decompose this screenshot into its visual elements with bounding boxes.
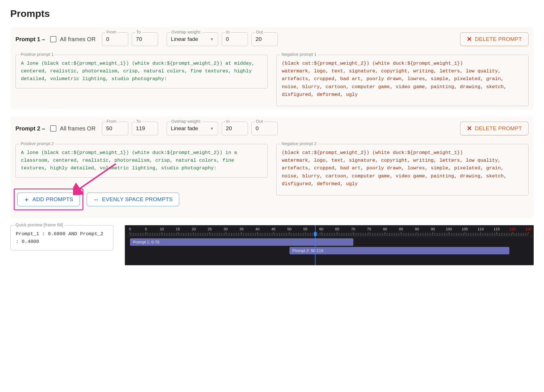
from-label: From bbox=[105, 29, 118, 34]
delete-prompt-1-button[interactable]: ✕ DELETE PROMPT bbox=[460, 32, 529, 46]
timeline-tick: 45 bbox=[271, 227, 275, 234]
chevron-down-icon: ▼ bbox=[210, 37, 214, 41]
timeline-tick: 25 bbox=[208, 227, 212, 234]
from-label-2: From bbox=[105, 119, 118, 124]
negative-prompt-2-textarea[interactable]: (black cat:${prompt_weight_2}) (white du… bbox=[276, 144, 529, 195]
plus-icon: ＋ bbox=[24, 196, 29, 203]
timeline-tick: 95 bbox=[431, 227, 435, 234]
in-label-2: In bbox=[225, 119, 231, 124]
prompt-panel-1: Prompt 1 – All frames OR From 0 To 70 Ov… bbox=[10, 27, 534, 110]
timeline-tick: 100 bbox=[446, 227, 452, 234]
overlap-label: Overlap weight: bbox=[170, 29, 202, 34]
prompt-1-from-input[interactable]: 0 bbox=[102, 32, 128, 46]
quick-preview-label: Quick preview [frame 58] bbox=[14, 222, 64, 227]
prompt-2-out-input[interactable]: 0 bbox=[251, 122, 278, 135]
prompt-1-in-input[interactable]: 0 bbox=[222, 32, 248, 46]
to-label-2: To bbox=[135, 119, 142, 124]
timeline-tick: 5 bbox=[145, 227, 147, 234]
out-label: Out bbox=[255, 29, 264, 34]
timeline-bar[interactable]: Prompt 2: 50-119 bbox=[289, 247, 509, 254]
prompt-panel-2: Prompt 2 – All frames OR From 50 To 119 … bbox=[10, 116, 534, 218]
delete-prompt-2-button[interactable]: ✕ DELETE PROMPT bbox=[460, 122, 529, 135]
timeline-tick: 10 bbox=[160, 227, 164, 234]
page-title: Prompts bbox=[10, 8, 534, 19]
timeline-tick: 40 bbox=[255, 227, 259, 234]
timeline-tick: 50 bbox=[287, 227, 291, 234]
negative-prompt-1-textarea[interactable]: (black cat:${prompt_weight_2}) (white du… bbox=[276, 55, 529, 106]
all-frames-or-label: All frames OR bbox=[60, 36, 95, 43]
close-icon: ✕ bbox=[467, 125, 472, 132]
timeline-tick: 110 bbox=[478, 227, 484, 234]
timeline-tick: 115 bbox=[494, 227, 500, 234]
timeline-tick: 85 bbox=[399, 227, 403, 234]
timeline-tick: 70 bbox=[351, 227, 355, 234]
timeline-playhead[interactable] bbox=[315, 225, 316, 265]
timeline[interactable]: 0510152025303540455055606570758085909510… bbox=[125, 225, 534, 265]
prompt-1-title: Prompt 1 – bbox=[15, 36, 45, 43]
prompt-1-all-frames-checkbox[interactable] bbox=[50, 36, 56, 42]
chevron-down-icon: ▼ bbox=[210, 126, 214, 131]
prompt-2-from-input[interactable]: 50 bbox=[102, 122, 128, 135]
prompt-1-out-input[interactable]: 20 bbox=[251, 32, 278, 46]
overlap-label-2: Overlap weight: bbox=[170, 119, 202, 124]
prompt-2-overlap-select[interactable]: Linear fade ▼ bbox=[167, 122, 218, 135]
close-icon: ✕ bbox=[467, 36, 472, 42]
arrows-horizontal-icon: ↔ bbox=[93, 196, 99, 203]
timeline-tick: 15 bbox=[176, 227, 180, 234]
timeline-tick: 90 bbox=[415, 227, 419, 234]
add-prompts-button[interactable]: ＋ ADD PROMPTS bbox=[17, 193, 80, 206]
in-label: In bbox=[225, 29, 231, 34]
quick-preview-body: Prompt_1 : 0.6000 AND Prompt_2 : 0.4000 bbox=[10, 225, 113, 250]
to-label: To bbox=[135, 29, 142, 34]
negative-1-label: Negative prompt 1 bbox=[280, 52, 318, 57]
timeline-tick: 35 bbox=[240, 227, 244, 234]
positive-prompt-2-textarea[interactable]: A lone (black cat:${prompt_weight_1}) (w… bbox=[15, 144, 268, 178]
timeline-tick: 125 bbox=[525, 227, 532, 234]
evenly-space-prompts-button[interactable]: ↔ EVENLY SPACE PROMPTS bbox=[87, 193, 179, 206]
all-frames-or-label-2: All frames OR bbox=[60, 125, 95, 132]
timeline-tick: 80 bbox=[383, 227, 387, 234]
prompt-2-title: Prompt 2 – bbox=[15, 125, 45, 132]
timeline-tick: 20 bbox=[192, 227, 196, 234]
timeline-tick: 75 bbox=[367, 227, 371, 234]
timeline-tick: 105 bbox=[462, 227, 468, 234]
out-label-2: Out bbox=[255, 119, 264, 124]
positive-prompt-1-textarea[interactable]: A lone (black cat:${prompt_weight_1}) (w… bbox=[15, 55, 268, 88]
prompt-2-in-input[interactable]: 20 bbox=[222, 122, 248, 135]
timeline-bar[interactable]: Prompt 1: 0-70 bbox=[130, 238, 353, 246]
prompt-1-overlap-select[interactable]: Linear fade ▼ bbox=[167, 32, 218, 46]
negative-2-label: Negative prompt 2 bbox=[280, 141, 318, 146]
timeline-tick: 30 bbox=[224, 227, 228, 234]
positive-2-label: Positive prompt 2 bbox=[19, 141, 55, 146]
positive-1-label: Positive prompt 1 bbox=[19, 52, 55, 57]
timeline-tick: 120 bbox=[509, 227, 516, 234]
prompt-1-to-input[interactable]: 70 bbox=[132, 32, 158, 46]
timeline-tick: 55 bbox=[303, 227, 307, 234]
timeline-tick: 65 bbox=[335, 227, 339, 234]
timeline-tick: 60 bbox=[319, 227, 323, 234]
timeline-tick: 0 bbox=[129, 227, 131, 234]
prompt-2-to-input[interactable]: 119 bbox=[132, 122, 158, 135]
prompt-2-all-frames-checkbox[interactable] bbox=[50, 125, 56, 132]
